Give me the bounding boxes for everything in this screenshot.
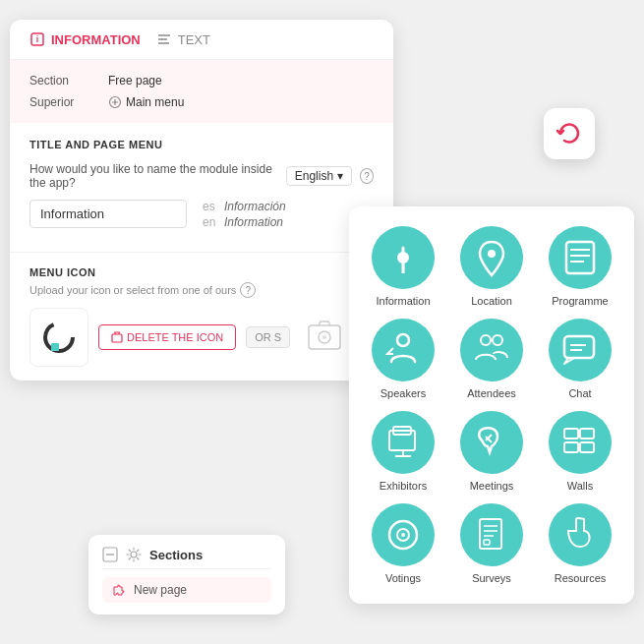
icon-item-surveys[interactable]: Surveys (453, 503, 530, 584)
gear-icon[interactable] (126, 547, 142, 562)
tab-information[interactable]: i INFORMATION (29, 31, 141, 47)
photo-icon (307, 320, 342, 355)
or-badge: OR S (246, 326, 290, 348)
chat-icon-label: Chat (568, 387, 591, 399)
exhibitors-icon-label: Exhibitors (380, 480, 427, 492)
title-section-heading: TITLE AND PAGE MENU (29, 139, 374, 150)
svg-rect-37 (564, 429, 578, 439)
icons-grid: iInformationLocationProgrammeSpeakersAtt… (365, 226, 618, 584)
sections-collapse-icon[interactable] (102, 547, 118, 562)
svg-point-16 (322, 335, 326, 339)
information-icon-circle: i (372, 226, 435, 289)
svg-text:i: i (400, 254, 406, 278)
sections-card: Sections New page (88, 535, 285, 615)
translations-area: es Información en Information (203, 200, 286, 231)
svg-rect-40 (580, 442, 594, 452)
new-page-row[interactable]: New page (102, 577, 271, 603)
svg-rect-9 (51, 343, 59, 351)
sections-header: Sections (102, 547, 271, 569)
info-table: Section Free page Superior Main menu (10, 60, 393, 123)
svg-point-43 (401, 533, 405, 537)
svg-text:i: i (36, 34, 39, 44)
resources-icon-circle (549, 503, 612, 566)
information-icon-label: Information (376, 295, 430, 307)
svg-point-27 (493, 335, 502, 345)
attendees-icon-label: Attendees (467, 387, 516, 399)
surveys-icon-label: Surveys (472, 572, 511, 584)
help-icon[interactable]: ? (360, 168, 374, 184)
icon-item-speakers[interactable]: Speakers (365, 319, 441, 399)
superior-row: Superior Main menu (29, 91, 374, 113)
trans-en-value: Information (224, 215, 283, 229)
trans-en-row: en Information (203, 215, 286, 229)
info-name-input[interactable] (29, 200, 187, 228)
section-label: Section (29, 74, 108, 88)
trans-es-row: es Información (203, 200, 286, 213)
sections-label: Sections (149, 548, 203, 562)
location-icon-circle (460, 226, 523, 289)
walls-icon-label: Walls (567, 480, 593, 492)
trash-icon (111, 331, 123, 343)
svg-rect-44 (480, 519, 501, 549)
lang-value: English (295, 169, 333, 183)
tab-text-label: TEXT (178, 32, 210, 47)
menu-circle-icon (108, 95, 122, 109)
icon-item-attendees[interactable]: Attendees (453, 319, 530, 399)
svg-rect-28 (564, 336, 594, 358)
svg-rect-48 (484, 540, 490, 545)
programme-icon-label: Programme (552, 295, 608, 307)
votings-icon-label: Votings (385, 572, 421, 584)
trans-en-lang: en (203, 215, 216, 229)
svg-point-25 (397, 334, 409, 346)
icon-item-resources[interactable]: Resources (542, 503, 618, 584)
current-icon-display (29, 308, 88, 367)
tab-info-label: INFORMATION (51, 32, 141, 47)
input-row: es Información en Information (29, 200, 374, 236)
icon-item-programme[interactable]: Programme (542, 226, 618, 307)
menu-icon-section: MENU ICON Upload your icon or select fro… (10, 252, 393, 381)
card-header: i INFORMATION TEXT (10, 20, 393, 60)
icon-item-meetings[interactable]: Meetings (453, 411, 530, 492)
icon-item-chat[interactable]: Chat (542, 319, 618, 399)
svg-rect-21 (566, 242, 594, 273)
meetings-icon-circle (460, 411, 523, 474)
icon-item-exhibitors[interactable]: Exhibitors (365, 411, 441, 492)
refresh-button[interactable] (544, 108, 595, 159)
menu-icon-title: MENU ICON (29, 266, 374, 278)
icon-item-information[interactable]: iInformation (365, 226, 441, 307)
chevron-down-icon: ▾ (337, 169, 343, 183)
tab-text[interactable]: TEXT (156, 31, 210, 47)
superior-value: Main menu (108, 95, 184, 109)
icon-item-votings[interactable]: Votings (365, 503, 441, 584)
section-row: Section Free page (29, 70, 374, 91)
resources-icon-label: Resources (555, 572, 607, 584)
icons-grid-card: iInformationLocationProgrammeSpeakersAtt… (349, 206, 634, 604)
puzzle-icon (112, 583, 126, 597)
icon-area: DELETE THE ICON OR S (29, 308, 374, 367)
language-select[interactable]: English ▾ (286, 166, 352, 186)
loading-icon (39, 318, 79, 357)
upload-help-icon[interactable]: ? (240, 282, 256, 298)
walls-icon-circle (549, 411, 612, 474)
new-page-label: New page (134, 583, 187, 597)
icon-item-location[interactable]: Location (453, 226, 530, 307)
svg-rect-10 (112, 334, 122, 342)
trans-es-value: Información (224, 200, 286, 213)
section-value: Free page (108, 74, 162, 88)
programme-icon-circle (549, 226, 612, 289)
meetings-icon-label: Meetings (470, 480, 514, 492)
svg-rect-39 (564, 442, 578, 452)
attendees-icon-circle (460, 319, 523, 381)
question-label: How would you like to name the module in… (29, 162, 278, 190)
votings-icon-circle (372, 503, 435, 566)
svg-point-51 (131, 552, 137, 557)
delete-icon-button[interactable]: DELETE THE ICON (98, 324, 236, 350)
icon-item-walls[interactable]: Walls (542, 411, 618, 492)
photo-placeholder-icon (300, 313, 349, 362)
exhibitors-icon-circle (372, 411, 435, 474)
info-card: i INFORMATION TEXT Section Free page Sup… (10, 20, 393, 381)
upload-hint: Upload your icon or select from one of o… (29, 282, 374, 298)
speakers-icon-label: Speakers (381, 387, 426, 399)
surveys-icon-circle (460, 503, 523, 566)
refresh-icon (556, 120, 583, 147)
